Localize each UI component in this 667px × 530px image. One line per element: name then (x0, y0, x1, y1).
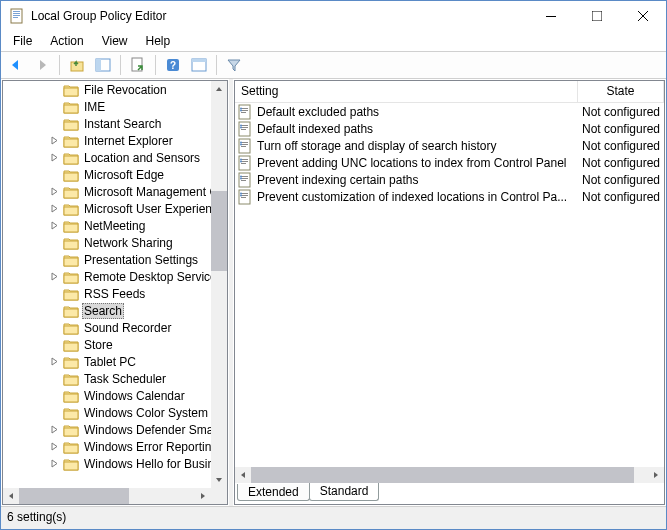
svg-rect-48 (241, 127, 248, 128)
tree-item[interactable]: Sound Recorder (3, 319, 211, 336)
svg-rect-55 (241, 146, 246, 147)
svg-rect-18 (64, 105, 78, 113)
back-button[interactable] (5, 54, 27, 76)
list-row[interactable]: Prevent adding UNC locations to index fr… (235, 154, 664, 171)
tree-item-label: Windows Color System (82, 406, 210, 420)
tree-item[interactable]: RSS Feeds (3, 285, 211, 302)
tree-item-label: Search (82, 303, 124, 319)
tree-item[interactable]: Network Sharing (3, 234, 211, 251)
tree-item[interactable]: File Revocation (3, 81, 211, 98)
scroll-arrow-down-icon[interactable] (211, 472, 227, 488)
tab-extended[interactable]: Extended (237, 484, 310, 501)
svg-rect-27 (64, 258, 78, 266)
list-row[interactable]: Prevent indexing certain pathsNot config… (235, 171, 664, 188)
filter-button[interactable] (223, 54, 245, 76)
tree-item-label: NetMeeting (82, 219, 147, 233)
expand-icon[interactable] (49, 271, 60, 282)
cell-setting: Prevent adding UNC locations to index fr… (235, 155, 578, 171)
tree-item[interactable]: Instant Search (3, 115, 211, 132)
minimize-button[interactable] (528, 1, 574, 31)
expand-icon[interactable] (49, 152, 60, 163)
setting-label: Default excluded paths (257, 105, 379, 119)
tree-item[interactable]: Store (3, 336, 211, 353)
tree-item[interactable]: Search (3, 302, 211, 319)
tab-standard[interactable]: Standard (309, 483, 380, 501)
expand-icon[interactable] (49, 441, 60, 452)
titlebar: Local Group Policy Editor (1, 1, 666, 31)
scroll-arrow-left-icon[interactable] (3, 488, 19, 504)
tree-item-label: Microsoft User Experience Virtualization (82, 202, 211, 216)
tree-item[interactable]: Microsoft Edge (3, 166, 211, 183)
list-row[interactable]: Default indexed pathsNot configured (235, 120, 664, 137)
tree-item[interactable]: Windows Calendar (3, 387, 211, 404)
expand-icon[interactable] (49, 135, 60, 146)
list-horizontal-scrollbar[interactable] (235, 467, 664, 483)
expand-icon[interactable] (49, 203, 60, 214)
list-row[interactable]: Default excluded pathsNot configured (235, 103, 664, 120)
tree-item[interactable]: Windows Error Reporting (3, 438, 211, 455)
close-button[interactable] (620, 1, 666, 31)
folder-icon (63, 406, 79, 420)
maximize-button[interactable] (574, 1, 620, 31)
tree-item[interactable]: IME (3, 98, 211, 115)
tree-item[interactable]: Internet Explorer (3, 132, 211, 149)
window-controls (528, 1, 666, 31)
tree-item[interactable]: Tablet PC (3, 353, 211, 370)
tree-item[interactable]: Windows Color System (3, 404, 211, 421)
folder-icon (63, 321, 79, 335)
svg-point-44 (240, 107, 242, 109)
tree-item[interactable]: Task Scheduler (3, 370, 211, 387)
column-setting[interactable]: Setting (235, 81, 578, 102)
horizontal-scroll-thumb[interactable] (19, 488, 129, 504)
tree-item[interactable]: Microsoft User Experience Virtualization (3, 200, 211, 217)
forward-button[interactable] (31, 54, 53, 76)
tree-view[interactable]: File RevocationIMEInstant SearchInternet… (3, 81, 211, 488)
column-state[interactable]: State (578, 81, 664, 102)
tree-vertical-scrollbar[interactable] (211, 81, 227, 488)
menu-help[interactable]: Help (138, 32, 179, 50)
svg-point-57 (240, 143, 242, 145)
horizontal-scroll-thumb[interactable] (251, 467, 634, 483)
expand-icon[interactable] (49, 186, 60, 197)
export-button[interactable] (127, 54, 149, 76)
menu-file[interactable]: File (5, 32, 40, 50)
show-hide-tree-button[interactable] (92, 54, 114, 76)
list-row[interactable]: Turn off storage and display of search h… (235, 137, 664, 154)
tree-item[interactable]: Remote Desktop Services (3, 268, 211, 285)
tree-horizontal-scrollbar[interactable] (3, 488, 211, 504)
tree-item-label: Instant Search (82, 117, 163, 131)
vertical-scroll-thumb[interactable] (211, 191, 227, 271)
svg-rect-5 (546, 16, 556, 17)
tree-item[interactable]: Location and Sensors (3, 149, 211, 166)
help-button[interactable]: ? (162, 54, 184, 76)
tree-item[interactable]: Windows Hello for Business (3, 455, 211, 472)
svg-point-62 (240, 158, 242, 160)
svg-rect-41 (241, 108, 248, 109)
expand-icon[interactable] (49, 458, 60, 469)
cell-state: Not configured (578, 173, 664, 187)
tree-item[interactable]: Windows Defender SmartScreen (3, 421, 211, 438)
menu-action[interactable]: Action (42, 32, 91, 50)
vertical-splitter[interactable] (229, 79, 233, 506)
list-body[interactable]: Default excluded pathsNot configuredDefa… (235, 103, 664, 467)
expand-icon[interactable] (49, 424, 60, 435)
properties-button[interactable] (188, 54, 210, 76)
list-row[interactable]: Prevent customization of indexed locatio… (235, 188, 664, 205)
tree-item[interactable]: Microsoft Management Console (3, 183, 211, 200)
expand-icon[interactable] (49, 220, 60, 231)
scroll-arrow-right-icon[interactable] (648, 467, 664, 483)
menu-view[interactable]: View (94, 32, 136, 50)
svg-rect-19 (64, 122, 78, 130)
expand-icon (49, 407, 60, 418)
scroll-arrow-right-icon[interactable] (195, 488, 211, 504)
tree-item-label: Task Scheduler (82, 372, 168, 386)
expand-icon (49, 339, 60, 350)
folder-icon (63, 304, 79, 318)
svg-rect-2 (13, 13, 20, 14)
expand-icon[interactable] (49, 356, 60, 367)
scroll-arrow-up-icon[interactable] (211, 81, 227, 97)
scroll-arrow-left-icon[interactable] (235, 467, 251, 483)
tree-item[interactable]: Presentation Settings (3, 251, 211, 268)
tree-item[interactable]: NetMeeting (3, 217, 211, 234)
up-button[interactable] (66, 54, 88, 76)
